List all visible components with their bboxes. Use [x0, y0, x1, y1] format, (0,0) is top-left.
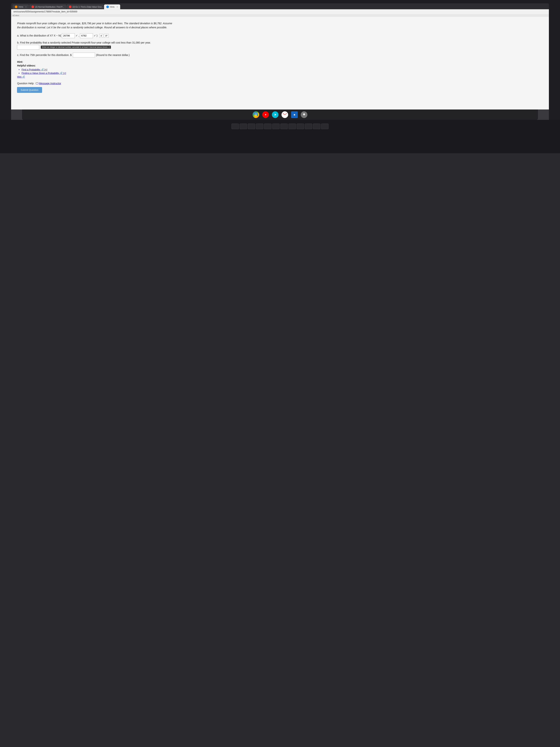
taskbar: ■ — [22, 109, 538, 120]
sigma-buttons: σ σ² — [99, 34, 109, 37]
comma-separator: , — [79, 34, 79, 37]
taskbar-play-icon[interactable] — [272, 111, 278, 118]
address-bar[interactable]: om/courses/9354/assignments/178890?modul… — [11, 9, 549, 14]
tab-ex1[interactable]: (2) Ex 1: Find a Data Value Give... ✕ — [67, 4, 104, 9]
message-instructor-label: Message Instructor — [39, 82, 61, 85]
mail-icon — [36, 82, 38, 84]
tooltip-box: Enter an integer or decimal number, accu… — [41, 46, 111, 49]
part-b-row: b. Find the probability that a randomly … — [17, 41, 176, 50]
key[interactable] — [248, 124, 255, 129]
key[interactable] — [305, 124, 312, 129]
tab-label-normal-dist: (2) Normal Distribution: Find P... — [35, 6, 64, 8]
key[interactable] — [297, 124, 304, 129]
video-link-1[interactable]: Find a Probability 🔗 [+] — [22, 68, 47, 71]
part-b-input[interactable] — [17, 45, 39, 50]
part-c-input[interactable] — [73, 53, 95, 57]
key[interactable] — [272, 124, 279, 129]
tab-label-hints2: Hints — [110, 6, 115, 8]
key[interactable] — [281, 124, 288, 129]
video-icon-2: 🔗 — [60, 72, 62, 75]
tab-icon-normal-dist — [31, 5, 34, 8]
tab-close-normal-dist[interactable]: ✕ — [66, 6, 66, 8]
video-expand-1[interactable]: [+] — [45, 68, 47, 71]
video-icon-1: 🔗 — [41, 68, 44, 71]
video-expand-2[interactable]: [+] — [63, 72, 66, 75]
video-link-2[interactable]: Finding a Value Given a Probability 🔗 [+… — [22, 72, 66, 75]
part-c-suffix: (Round to the nearest dollar.) — [96, 54, 130, 56]
key[interactable] — [289, 124, 296, 129]
tab-hints2[interactable]: Hints ✕ — [104, 4, 120, 9]
part-b-input-wrap: Enter an integer or decimal number, accu… — [17, 45, 111, 50]
svg-point-2 — [256, 114, 257, 115]
svg-marker-5 — [275, 113, 276, 116]
message-instructor-link[interactable]: Message Instructor — [36, 82, 61, 85]
part-a-label: a. What is the distribution of X? X ~ N( — [17, 34, 62, 37]
url-text: om/courses/9354/assignments/178890?modul… — [14, 10, 77, 13]
hint-section: Hint: Helpful videos: Find a Probability… — [17, 60, 176, 78]
key[interactable] — [256, 124, 263, 129]
tab-icon-hints2 — [106, 5, 109, 8]
hint-label: Hint: — [17, 60, 176, 63]
checkmark-sd: ✓ — [94, 34, 97, 37]
key[interactable] — [321, 124, 328, 129]
taskbar-gmail-icon[interactable] — [282, 111, 288, 118]
taskbar-youtube-icon[interactable] — [262, 111, 269, 118]
part-b-label: b. Find the probability that a randomly … — [17, 41, 151, 44]
key[interactable] — [264, 124, 271, 129]
tab-label-ex1: (2) Ex 1: Find a Data Value Give... — [73, 6, 104, 8]
video-item-2: Finding a Value Given a Probability 🔗 [+… — [22, 72, 176, 75]
part-a: a. What is the distribution of X? X ~ N(… — [17, 33, 176, 38]
part-c-row: c. Find the 75th percentile for this dis… — [17, 53, 176, 57]
helpful-videos-label: Helpful videos: — [17, 64, 176, 67]
hint-text-link[interactable]: Hint 🔗 — [17, 75, 25, 78]
breadcrumb: e2.docx — [11, 14, 549, 17]
taskbar-settings-icon[interactable] — [301, 111, 308, 118]
part-c: c. Find the 75th percentile for this dis… — [17, 53, 176, 57]
key[interactable] — [240, 124, 247, 129]
browser-window: Hints ✕ (2) Normal Distribution: Find P.… — [11, 3, 549, 120]
submit-button[interactable]: Submit Question — [17, 87, 42, 93]
keyboard-row — [0, 120, 560, 129]
taskbar-blue-app-icon[interactable]: ■ — [291, 111, 298, 118]
part-b: b. Find the probability that a randomly … — [17, 41, 176, 50]
part-a-input-sd[interactable] — [80, 33, 93, 38]
sigma-btn-2[interactable]: σ² — [104, 34, 108, 37]
taskbar-chrome-icon[interactable] — [252, 111, 259, 118]
tab-hints1[interactable]: Hints ✕ — [12, 4, 29, 9]
checkmark-mean: ✓ — [76, 34, 79, 37]
page-content: Private nonprofit four-year colleges cha… — [11, 17, 549, 109]
part-c-label: c. Find the 75th percentile for this dis… — [17, 54, 72, 56]
tab-icon-ex1 — [69, 5, 72, 8]
problem-description: Private nonprofit four-year colleges cha… — [17, 21, 176, 30]
part-a-input-mean[interactable] — [62, 33, 75, 38]
hint-icon: 🔗 — [22, 75, 25, 78]
tab-close-hints1[interactable]: ✕ — [25, 6, 27, 8]
tab-close-hints2[interactable]: ✕ — [116, 6, 118, 8]
key[interactable] — [313, 124, 320, 129]
paren-close: ) — [97, 34, 98, 37]
key[interactable] — [232, 124, 239, 129]
tab-normal-dist[interactable]: (2) Normal Distribution: Find P... ✕ — [29, 4, 66, 9]
tab-bar: Hints ✕ (2) Normal Distribution: Find P.… — [11, 3, 549, 9]
problem-container: Private nonprofit four-year colleges cha… — [17, 21, 176, 93]
sigma-btn-1[interactable]: σ — [99, 34, 103, 37]
laptop-bottom — [0, 120, 560, 153]
video-list: Find a Probability 🔗 [+] Finding a Value… — [17, 68, 176, 75]
video-item-1: Find a Probability 🔗 [+] — [22, 68, 176, 71]
tab-label-hints1: Hints — [19, 6, 23, 8]
tab-icon-hints1 — [15, 5, 18, 8]
question-help-label: Question Help: — [17, 82, 34, 85]
question-help: Question Help: Message Instructor — [17, 82, 176, 85]
